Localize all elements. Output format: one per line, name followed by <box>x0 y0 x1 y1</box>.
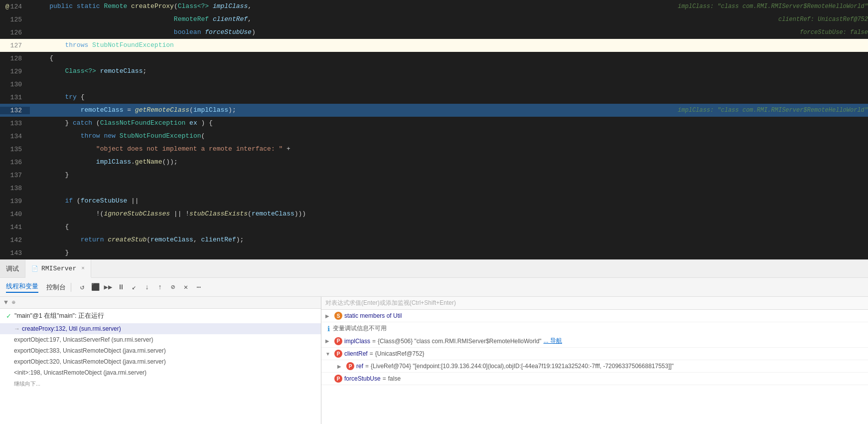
var-value: {LiveRef@704} "[endpoint:[10.39.136.244:… <box>371 363 674 370</box>
stack-frame-4[interactable]: <init>:198, UnicastRemoteObject (java.rm… <box>0 367 321 378</box>
stack-frame-arrow: → <box>14 325 20 332</box>
line-number: 139 <box>0 198 30 205</box>
toolbar-btn-cancel-breakpoints[interactable]: ✕ <box>180 281 192 293</box>
line-content: Class<?> remoteClass; <box>30 65 868 78</box>
variable-item-3[interactable]: ▼PclientRef = {UnicastRef@752} <box>321 348 868 360</box>
variable-item-5[interactable]: PforceStubUse = false <box>321 373 868 385</box>
tab-close-button[interactable]: × <box>81 265 85 271</box>
line-hint: implClass: "class com.RMI.RMIServer$Remo… <box>668 107 868 114</box>
thread-check-icon: ✓ <box>6 312 11 320</box>
stack-frame-label: exportObject:383, UnicastRemoteObject (j… <box>14 347 166 354</box>
toolbar-btn-resume[interactable]: ▶▶ <box>102 281 114 293</box>
stack-frame-label: <init>:198, UnicastRemoteObject (java.rm… <box>14 369 146 376</box>
code-line-136: 136 implClass.getName()); <box>0 156 868 169</box>
line-content: !(ignoreStubClasses || !stubClassExists(… <box>30 208 868 220</box>
line-number: 137 <box>0 172 30 179</box>
expand-icon: ▶ <box>325 313 332 319</box>
toolbar-console[interactable]: 控制台 <box>46 283 66 292</box>
line-content: if (forceStubUse || <box>30 195 868 208</box>
line-content: implClass.getName()); <box>30 156 868 169</box>
toolbar-btn-pause[interactable]: ⏸ <box>115 281 127 293</box>
line-number: 128 <box>0 55 30 62</box>
toolbar-btn-stop[interactable]: ⬛ <box>89 281 101 293</box>
line-number: 142 <box>0 236 30 244</box>
filter-icon[interactable]: ▼ <box>4 299 8 306</box>
debug-panel: 调试📄RMIServer× 线程和变量 控制台 ↺⬛▶▶⏸↙↓↑⊘✕⋯ ▼ ⊕ … <box>0 259 868 424</box>
stack-frame-3[interactable]: exportObject:320, UnicastRemoteObject (j… <box>0 356 321 367</box>
code-line-127: 127 throws StubNotFoundException <box>0 39 868 52</box>
debug-toolbar: 线程和变量 控制台 ↺⬛▶▶⏸↙↓↑⊘✕⋯ <box>0 278 868 297</box>
code-line-124: @124 public static Remote createProxy(Cl… <box>0 0 868 13</box>
var-equals: = <box>365 363 369 370</box>
stack-frame-5[interactable]: 继续向下... <box>0 378 321 390</box>
line-hint: forceStubUse: false <box>790 29 868 36</box>
expand-icon: ▼ <box>325 351 332 357</box>
var-name: static members of Util <box>344 312 402 319</box>
code-line-131: 131 try { <box>0 91 868 104</box>
line-number: 133 <box>0 120 30 127</box>
tab-file-icon: 📄 <box>31 265 38 272</box>
code-line-130: 130 <box>0 78 868 91</box>
code-editor: @124 public static Remote createProxy(Cl… <box>0 0 868 259</box>
line-number: 134 <box>0 133 30 140</box>
toolbar-btn-more[interactable]: ⋯ <box>193 281 205 293</box>
line-number: 140 <box>0 211 30 218</box>
line-content: RemoteRef clientRef, <box>30 13 768 26</box>
line-number: 135 <box>0 146 30 153</box>
line-content: { <box>30 220 868 233</box>
var-name: ref <box>356 363 363 370</box>
var-equals: = <box>370 350 373 357</box>
line-content: throws StubNotFoundException <box>30 39 868 52</box>
var-value: false <box>388 375 401 382</box>
toolbar-btn-step-over[interactable]: ↙ <box>128 281 140 293</box>
line-number: 132 <box>0 107 30 114</box>
line-number: 127 <box>0 42 30 49</box>
line-number: 136 <box>0 159 30 166</box>
var-nav-link[interactable]: ... 导航 <box>544 337 562 345</box>
code-line-133: 133 } catch (ClassNotFoundException ex )… <box>0 117 868 130</box>
code-line-134: 134 throw new StubNotFoundException( <box>0 130 868 143</box>
code-line-126: 126 boolean forceStubUse)forceStubUse: f… <box>0 26 868 39</box>
expand-icon: ▶ <box>337 364 344 369</box>
debug-tabs: 调试📄RMIServer× <box>0 260 868 278</box>
main-thread-item[interactable]: ✓"main"@1 在组"main": 正在运行 <box>0 309 321 323</box>
toolbar-btn-step-out[interactable]: ↑ <box>154 281 166 293</box>
tab-label: RMIServer <box>41 265 76 272</box>
stack-frame-2[interactable]: exportObject:383, UnicastRemoteObject (j… <box>0 345 321 356</box>
code-line-125: 125 RemoteRef clientRef,clientRef: Unica… <box>0 13 868 26</box>
variable-item-2[interactable]: ▶PimplClass = {Class@506} "class com.RMI… <box>321 335 868 348</box>
threads-header: ▼ ⊕ <box>0 297 321 309</box>
stack-frame-label: createProxy:132, Util (sun.rmi.server) <box>22 325 121 332</box>
expand-icon: ▶ <box>325 338 332 344</box>
filter-dropdown[interactable]: ⊕ <box>12 299 15 306</box>
line-number: 130 <box>0 81 30 88</box>
type-badge-p: P <box>334 375 342 383</box>
variables-expression-input[interactable]: 对表达式求值(Enter)或添加监视(Ctrl+Shift+Enter) <box>321 297 868 310</box>
line-number: 143 <box>0 249 30 257</box>
variable-item-4[interactable]: ▶Pref = {LiveRef@704} "[endpoint:[10.39.… <box>321 360 868 373</box>
code-line-135: 135 "object does not implement a remote … <box>0 143 868 156</box>
line-content: } <box>30 246 868 259</box>
variable-item-0[interactable]: ▶Sstatic members of Util <box>321 310 868 322</box>
line-content: try { <box>30 91 868 104</box>
debug-content: ▼ ⊕ ✓"main"@1 在组"main": 正在运行→createProxy… <box>0 297 868 424</box>
var-name: forceStubUse <box>344 375 381 382</box>
line-content: throw new StubNotFoundException( <box>30 130 868 143</box>
type-badge-p: P <box>334 350 342 358</box>
toolbar-btn-rerun[interactable]: ↺ <box>76 281 88 293</box>
toolbar-btn-step-into[interactable]: ↓ <box>141 281 153 293</box>
toolbar-threads-variables[interactable]: 线程和变量 <box>6 282 38 293</box>
debug-tab-RMIServer[interactable]: 📄RMIServer× <box>25 260 91 278</box>
stack-frame-0[interactable]: →createProxy:132, Util (sun.rmi.server) <box>0 323 321 334</box>
var-info-text: 变量调试信息不可用 <box>333 324 387 333</box>
code-line-141: 141 { <box>0 220 868 233</box>
debug-tab-调试[interactable]: 调试 <box>0 260 25 277</box>
code-line-140: 140 !(ignoreStubClasses || !stubClassExi… <box>0 208 868 220</box>
line-content: { <box>30 52 868 65</box>
line-content: remoteClass = getRemoteClass(implClass); <box>30 104 668 117</box>
line-number: 138 <box>0 185 30 192</box>
stack-frame-1[interactable]: exportObject:197, UnicastServerRef (sun.… <box>0 334 321 345</box>
toolbar-btn-run-to-cursor[interactable]: ⊘ <box>167 281 179 293</box>
line-number: 129 <box>0 68 30 75</box>
var-value: {UnicastRef@752} <box>375 350 425 357</box>
